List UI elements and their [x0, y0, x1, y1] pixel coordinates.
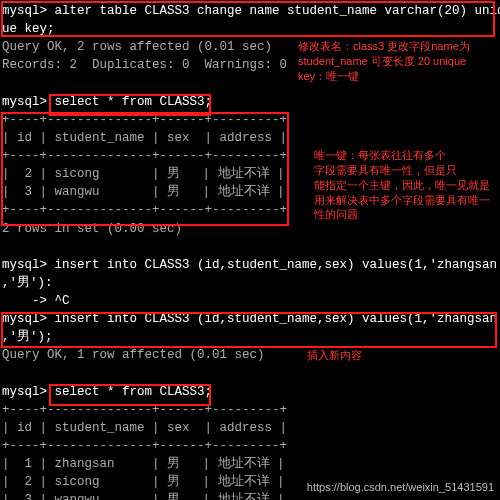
highlight-box: [1, 312, 497, 348]
watermark-text: https://blog.csdn.net/weixin_51431591: [307, 480, 494, 496]
line: mysql> insert into CLASS3 (id,student_na…: [2, 258, 500, 272]
line: | 3 | wangwu | 男 | 地址不详 |: [2, 493, 285, 500]
annotation-text: 插入新内容: [307, 348, 362, 363]
line: Query OK, 1 row affected (0.01 sec): [2, 348, 265, 362]
highlight-box: [1, 1, 495, 37]
line: | 1 | zhangsan | 男 | 地址不详 |: [2, 457, 285, 471]
line: Records: 2 Duplicates: 0 Warnings: 0: [2, 58, 287, 72]
highlight-box: [1, 112, 289, 226]
annotation-text: 唯一键：每张表往往有多个 字段需要具有唯一性，但是只 能指定一个主键，因此，唯一…: [314, 148, 500, 222]
line: Query OK, 2 rows affected (0.01 sec): [2, 40, 272, 54]
line: | 2 | sicong | 男 | 地址不详 |: [2, 475, 285, 489]
line: ,'男'):: [2, 276, 53, 290]
annotation-text: 修改表名：class3 更改字段name为 student_name 可变长度 …: [298, 39, 498, 84]
line: +----+--------------+------+---------+: [2, 439, 287, 453]
line: -> ^C: [2, 294, 70, 308]
highlight-box: [49, 384, 211, 406]
line: | id | student_name | sex | address |: [2, 421, 287, 435]
